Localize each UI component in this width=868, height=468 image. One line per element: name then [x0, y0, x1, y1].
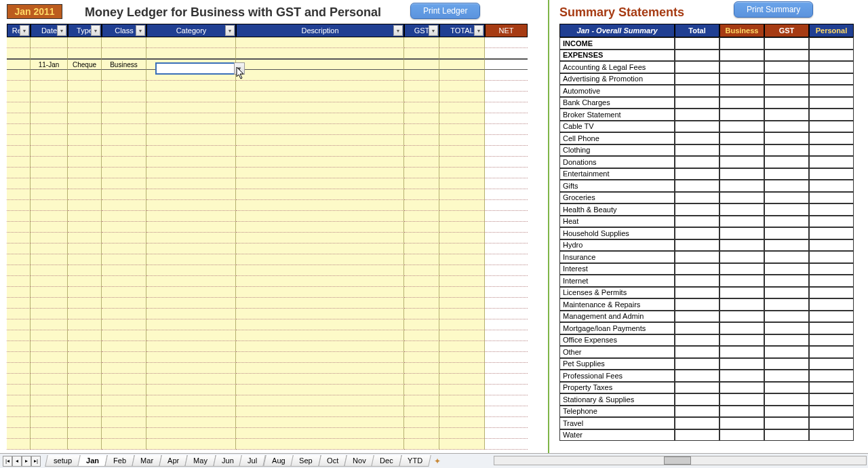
ledger-cell[interactable]: [31, 37, 68, 48]
ledger-cell[interactable]: [102, 319, 146, 330]
ledger-cell[interactable]: [236, 233, 404, 243]
ledger-cell[interactable]: [102, 211, 146, 222]
ledger-cell[interactable]: [236, 59, 404, 70]
ledger-row[interactable]: [7, 37, 534, 48]
ledger-cell[interactable]: [236, 70, 404, 81]
ledger-cell[interactable]: [68, 168, 102, 178]
ledger-cell[interactable]: [236, 168, 404, 178]
ledger-cell[interactable]: [68, 124, 102, 135]
col-date[interactable]: Date▼: [31, 24, 68, 37]
ledger-cell[interactable]: [68, 395, 102, 406]
ledger-cell[interactable]: [485, 439, 528, 450]
ledger-cell[interactable]: [68, 439, 102, 450]
print-summary-button[interactable]: Print Summary: [734, 1, 813, 18]
ledger-row[interactable]: [7, 200, 534, 211]
ledger-cell[interactable]: [439, 157, 485, 168]
summary-value[interactable]: [675, 180, 719, 192]
ledger-cell[interactable]: [7, 395, 31, 406]
summary-value[interactable]: [719, 251, 764, 263]
ledger-cell[interactable]: [68, 287, 102, 298]
ledger-cell[interactable]: [31, 395, 68, 406]
ledger-row[interactable]: [7, 374, 534, 385]
ledger-cell[interactable]: [236, 330, 404, 341]
ledger-cell[interactable]: [102, 168, 146, 178]
ledger-cell[interactable]: [404, 374, 439, 385]
summary-value[interactable]: [675, 287, 719, 299]
summary-value[interactable]: [675, 156, 719, 168]
summary-value[interactable]: [675, 406, 719, 418]
ledger-cell[interactable]: [236, 309, 404, 319]
summary-value[interactable]: [719, 311, 764, 323]
ledger-cell[interactable]: [68, 265, 102, 276]
ledger-cell[interactable]: [7, 178, 31, 189]
ledger-cell[interactable]: [146, 157, 236, 168]
ledger-cell[interactable]: [146, 81, 236, 92]
summary-value[interactable]: [719, 346, 764, 358]
ledger-cell[interactable]: [68, 319, 102, 330]
summary-value[interactable]: [764, 287, 809, 299]
ledger-cell[interactable]: [485, 385, 528, 395]
ledger-cell[interactable]: [485, 406, 528, 417]
ledger-cell[interactable]: [102, 363, 146, 374]
ledger-cell[interactable]: [404, 211, 439, 222]
sheet-tab-may[interactable]: May: [184, 455, 216, 467]
ledger-cell[interactable]: [102, 37, 146, 48]
ledger-cell[interactable]: [68, 352, 102, 363]
summary-value[interactable]: [809, 251, 854, 263]
summary-value[interactable]: [764, 311, 809, 323]
ledger-cell[interactable]: [404, 59, 439, 70]
ledger-cell[interactable]: [31, 81, 68, 92]
ledger-cell[interactable]: [7, 406, 31, 417]
summary-value[interactable]: [764, 346, 809, 358]
summary-value[interactable]: [764, 168, 809, 180]
ledger-cell[interactable]: [102, 233, 146, 243]
summary-value[interactable]: [809, 203, 854, 216]
summary-value[interactable]: [719, 168, 764, 180]
filter-gst-icon[interactable]: ▼: [429, 25, 438, 36]
ledger-cell[interactable]: [404, 178, 439, 189]
ledger-cell[interactable]: [236, 113, 404, 124]
ledger-cell[interactable]: [439, 146, 485, 157]
filter-description-icon[interactable]: ▼: [393, 25, 403, 36]
ledger-cell[interactable]: [7, 287, 31, 298]
ledger-cell[interactable]: [485, 70, 528, 81]
summary-value[interactable]: [719, 370, 764, 382]
ledger-row[interactable]: [7, 92, 534, 102]
ledger-cell[interactable]: [404, 70, 439, 81]
ledger-cell[interactable]: [485, 92, 528, 102]
ledger-row[interactable]: [7, 168, 534, 178]
summary-value[interactable]: [809, 109, 854, 121]
ledger-cell[interactable]: [404, 395, 439, 406]
summary-value[interactable]: [764, 275, 809, 287]
summary-value[interactable]: [764, 429, 809, 442]
ledger-cell[interactable]: [236, 298, 404, 309]
ledger-cell[interactable]: [236, 352, 404, 363]
sheet-tab-feb[interactable]: Feb: [104, 455, 135, 467]
summary-value[interactable]: [809, 382, 854, 394]
summary-value[interactable]: [719, 37, 764, 50]
ledger-cell[interactable]: [102, 265, 146, 276]
summary-value[interactable]: [719, 85, 764, 97]
ledger-cell[interactable]: [485, 363, 528, 374]
ledger-cell[interactable]: [68, 200, 102, 211]
ledger-cell[interactable]: [102, 222, 146, 233]
ledger-cell[interactable]: [31, 189, 68, 200]
summary-value[interactable]: [809, 73, 854, 85]
ledger-cell[interactable]: [439, 233, 485, 243]
ledger-cell[interactable]: [236, 146, 404, 157]
ledger-cell[interactable]: [68, 341, 102, 352]
ledger-row[interactable]: [7, 395, 534, 406]
ledger-cell[interactable]: [439, 124, 485, 135]
ledger-cell[interactable]: Business: [102, 59, 146, 70]
ledger-cell[interactable]: [439, 287, 485, 298]
summary-value[interactable]: [719, 334, 764, 347]
summary-value[interactable]: [719, 406, 764, 418]
ledger-row[interactable]: [7, 70, 534, 81]
ledger-cell[interactable]: [485, 157, 528, 168]
ledger-cell[interactable]: [68, 363, 102, 374]
ledger-cell[interactable]: [236, 417, 404, 428]
ledger-cell[interactable]: [102, 298, 146, 309]
summary-value[interactable]: [675, 358, 719, 370]
summary-value[interactable]: [675, 109, 719, 121]
sheet-tab-jun[interactable]: Jun: [213, 455, 242, 467]
